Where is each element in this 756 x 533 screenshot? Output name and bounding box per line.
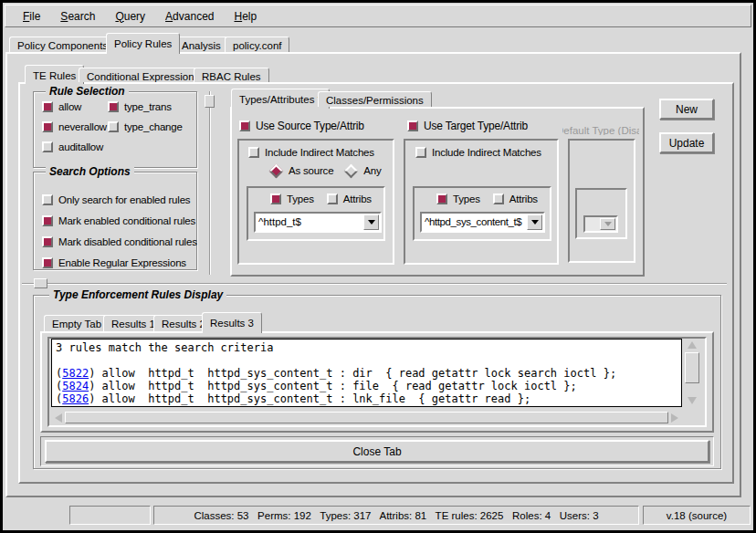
checkbox-enable-regex[interactable]: Enable Regular Expressions bbox=[42, 256, 186, 269]
checkbox-use-source[interactable]: Use Source Type/Attrib bbox=[239, 120, 364, 132]
checkbox-label: allow bbox=[58, 101, 81, 112]
checkbox-indicator[interactable] bbox=[415, 147, 426, 158]
dropdown-arrow-icon[interactable] bbox=[527, 214, 542, 230]
tab-policy-conf[interactable]: policy.conf bbox=[225, 37, 289, 52]
checkbox-indicator[interactable] bbox=[42, 194, 53, 205]
scroll-right-icon[interactable] bbox=[668, 413, 681, 423]
rule-number-link[interactable]: 5824 bbox=[62, 380, 89, 392]
checkbox-label: Attribs bbox=[509, 193, 538, 204]
checkbox-label: Only search for enabled rules bbox=[58, 194, 190, 205]
status-version-panel: v.18 (source) bbox=[643, 506, 751, 525]
tab-empty-tab[interactable]: Empty Tab bbox=[44, 315, 110, 331]
checkbox-target-indirect[interactable]: Include Indirect Matches bbox=[415, 146, 541, 159]
horizontal-scrollbar[interactable] bbox=[52, 411, 681, 424]
checkbox-label: Include Indirect Matches bbox=[432, 147, 541, 158]
tab-types-attributes[interactable]: Types/Attributes * bbox=[231, 89, 330, 109]
checkbox-mark-disabled[interactable]: Mark disabled conditional rules bbox=[42, 235, 197, 248]
rule-number-link[interactable]: 5826 bbox=[62, 392, 89, 405]
update-button[interactable]: Update bbox=[659, 132, 714, 153]
source-type-value[interactable]: ^httpd_t$ bbox=[256, 214, 362, 231]
checkbox-indicator[interactable] bbox=[42, 121, 53, 132]
checkbox-label: auditallow bbox=[58, 141, 103, 152]
tab-rbac-rules[interactable]: RBAC Rules bbox=[194, 68, 269, 82]
radio-label[interactable]: Any bbox=[363, 165, 381, 176]
results-display-title: Type Enforcement Rules Display bbox=[49, 288, 226, 301]
menu-search[interactable]: Search bbox=[50, 10, 105, 23]
tab-classes-permissions[interactable]: Classes/Permissions bbox=[318, 91, 432, 107]
radio-label[interactable]: As source bbox=[289, 165, 333, 176]
radio-any[interactable] bbox=[344, 163, 359, 178]
status-message-panel bbox=[69, 506, 151, 525]
results-text-area[interactable]: 3 rules match the search criteria (5822)… bbox=[51, 339, 682, 407]
source-type-combobox[interactable]: ^httpd_t$ bbox=[254, 212, 382, 233]
checkbox-target-types[interactable] bbox=[436, 193, 447, 204]
checkbox-mark-enabled[interactable]: Mark enabled conditional rules bbox=[42, 214, 195, 227]
checkbox-source-indirect[interactable]: Include Indirect Matches bbox=[248, 146, 374, 159]
scroll-up-icon[interactable] bbox=[684, 339, 700, 351]
rule-selection-title: Rule Selection bbox=[46, 85, 129, 98]
scrollbar-thumb[interactable] bbox=[65, 412, 668, 423]
target-type-combobox[interactable]: ^httpd_sys_content_t$ bbox=[420, 212, 545, 233]
dropdown-arrow-icon[interactable] bbox=[363, 214, 379, 230]
new-button[interactable]: New bbox=[659, 99, 714, 120]
checkbox-label: Use Source Type/Attrib bbox=[256, 120, 364, 132]
checkbox-use-target[interactable]: Use Target Type/Attrib bbox=[407, 120, 528, 132]
checkbox-indicator[interactable] bbox=[407, 120, 418, 131]
tab-analysis[interactable]: Analysis bbox=[173, 37, 229, 52]
checkbox-allow[interactable]: allow bbox=[42, 100, 81, 113]
tab-conditional-expressions[interactable]: Conditional Expressions bbox=[79, 68, 207, 82]
checkbox-indicator[interactable] bbox=[108, 101, 119, 112]
checkbox-source-attribs[interactable] bbox=[327, 193, 338, 204]
horizontal-sash-grip[interactable] bbox=[34, 278, 47, 288]
checkbox-type-change[interactable]: type_change bbox=[108, 120, 183, 133]
tab-te-rules[interactable]: TE Rules bbox=[25, 65, 84, 84]
checkbox-neverallow[interactable]: neverallow bbox=[42, 120, 107, 133]
tab-results-3[interactable]: Results 3 bbox=[202, 312, 262, 333]
vertical-sash[interactable] bbox=[209, 91, 211, 275]
apol-window: File Search Query Advanced Help Policy C… bbox=[0, 0, 756, 533]
checkbox-label: neverallow bbox=[58, 121, 107, 132]
radio-as-source[interactable] bbox=[269, 163, 284, 178]
checkbox-target-attribs[interactable] bbox=[493, 193, 504, 204]
checkbox-type-trans[interactable]: type_trans bbox=[108, 100, 172, 113]
checkbox-source-types[interactable] bbox=[270, 193, 281, 204]
menu-bar: File Search Query Advanced Help bbox=[5, 5, 751, 27]
scroll-down-icon[interactable] bbox=[684, 394, 700, 407]
checkbox-indicator[interactable] bbox=[42, 236, 53, 247]
scrollbar-thumb[interactable] bbox=[685, 352, 699, 383]
checkbox-indicator[interactable] bbox=[42, 141, 53, 152]
target-types-attribs-row: Types Attribs bbox=[436, 193, 538, 205]
checkbox-only-enabled[interactable]: Only search for enabled rules bbox=[42, 193, 190, 206]
checkbox-indicator[interactable] bbox=[248, 147, 259, 158]
horizontal-sash[interactable] bbox=[22, 283, 727, 285]
menu-file[interactable]: File bbox=[13, 10, 50, 23]
scroll-left-icon[interactable] bbox=[52, 413, 65, 423]
checkbox-label: Attribs bbox=[343, 193, 372, 204]
status-stats-panel: Classes: 53 Perms: 192 Types: 317 Attrib… bbox=[153, 506, 639, 525]
target-type-value[interactable]: ^httpd_sys_content_t$ bbox=[422, 214, 526, 231]
source-types-attribs-row: Types Attribs bbox=[270, 193, 372, 205]
checkbox-indicator[interactable] bbox=[239, 120, 250, 131]
checkbox-auditallow[interactable]: auditallow bbox=[42, 141, 103, 153]
checkbox-label: Include Indirect Matches bbox=[265, 147, 374, 158]
checkbox-label: Mark disabled conditional rules bbox=[58, 236, 197, 247]
checkbox-indicator[interactable] bbox=[42, 215, 53, 226]
blank-line bbox=[56, 354, 681, 367]
menu-query[interactable]: Query bbox=[105, 10, 155, 23]
checkbox-indicator[interactable] bbox=[42, 257, 53, 268]
close-tab-button[interactable]: Close Tab bbox=[45, 440, 709, 463]
checkbox-label: type_change bbox=[124, 121, 183, 132]
tab-policy-rules[interactable]: Policy Rules bbox=[106, 33, 180, 54]
rule-number-link[interactable]: 5822 bbox=[62, 367, 89, 380]
results-summary: 3 rules match the search criteria bbox=[56, 341, 681, 354]
rule-line: (5824) allow httpd_t httpd_sys_content_t… bbox=[56, 380, 681, 392]
dropdown-arrow-icon bbox=[600, 218, 615, 230]
checkbox-indicator[interactable] bbox=[42, 101, 53, 112]
checkbox-indicator[interactable] bbox=[108, 121, 119, 132]
tab-policy-components[interactable]: Policy Components bbox=[9, 37, 116, 52]
default-type-label: Default Type (Disabled) bbox=[562, 125, 639, 135]
vertical-sash-grip[interactable] bbox=[205, 95, 215, 108]
vertical-scrollbar[interactable] bbox=[684, 339, 700, 407]
menu-help[interactable]: Help bbox=[224, 10, 267, 23]
menu-advanced[interactable]: Advanced bbox=[155, 10, 224, 23]
